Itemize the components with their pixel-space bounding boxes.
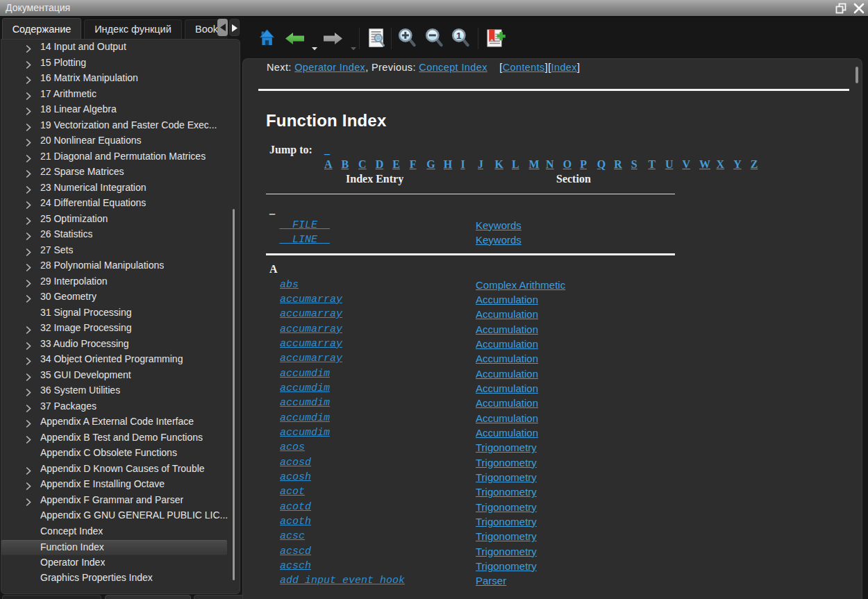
function-link[interactable]: acsc — [280, 530, 305, 542]
nav-contents-link[interactable]: Contents — [503, 62, 545, 73]
section-link[interactable]: Accumulation — [476, 323, 538, 335]
function-link[interactable]: acsch — [280, 560, 311, 572]
jump-letter-link[interactable]: X — [717, 158, 734, 171]
jump-letter-link[interactable]: T — [648, 158, 665, 171]
section-link[interactable]: Trigonometry — [476, 501, 537, 513]
section-link[interactable]: Accumulation — [476, 397, 538, 409]
chevron-right-icon[interactable] — [26, 435, 31, 447]
jump-letter-link[interactable]: C — [358, 158, 376, 171]
home-button[interactable] — [260, 29, 274, 49]
tree-item-23-numerical-integration[interactable]: 23 Numerical Integration — [1, 181, 240, 196]
tree-scrollbar[interactable] — [233, 209, 235, 580]
tree-item-22-sparse-matrices[interactable]: 22 Sparse Matrices — [1, 165, 240, 180]
zoom-out-button[interactable] — [425, 28, 443, 51]
close-window-button[interactable] — [853, 2, 865, 15]
tree-item-appendix-f-grammar-and-parser[interactable]: Appendix F Grammar and Parser — [1, 493, 240, 509]
section-link[interactable]: Accumulation — [476, 338, 538, 350]
section-link[interactable]: Trigonometry — [476, 560, 537, 572]
function-link[interactable]: accumdim — [280, 412, 330, 424]
chevron-right-icon[interactable] — [26, 497, 31, 509]
jump-letter-link[interactable]: I — [460, 158, 478, 171]
function-link[interactable]: add_input_event_hook — [280, 575, 405, 587]
jump-letter-link[interactable]: D — [376, 158, 393, 171]
tab-scroll-right-button[interactable] — [229, 19, 240, 36]
tree-item-24-differential-equations[interactable]: 24 Differential Equations — [1, 196, 240, 212]
jump-letter-link[interactable]: V — [682, 158, 699, 171]
tree-item-31-signal-processing[interactable]: 31 Signal Processing — [1, 306, 240, 321]
section-link[interactable]: Complex Arithmetic — [476, 279, 565, 291]
section-link[interactable]: Trigonometry — [476, 546, 537, 557]
tree-item-21-diagonal-and-permutation-matrices[interactable]: 21 Diagonal and Permutation Matrices — [1, 150, 240, 165]
tree-item-18-linear-algebra[interactable]: 18 Linear Algebra — [1, 103, 240, 118]
function-link[interactable]: accumdim — [280, 427, 330, 439]
jump-letter-link[interactable]: L — [512, 158, 529, 171]
jump-letter-link[interactable]: J — [478, 158, 495, 171]
chevron-right-icon[interactable] — [26, 122, 31, 135]
tree-item-14-input-and-output[interactable]: 14 Input and Output — [1, 40, 240, 56]
chevron-right-icon[interactable] — [26, 60, 31, 72]
tree-item-function-index[interactable]: Function Index — [1, 540, 227, 555]
jump-letter-link[interactable]: B — [342, 158, 359, 171]
section-link[interactable]: Trigonometry — [476, 516, 537, 528]
find-in-page-button[interactable] — [369, 28, 385, 51]
jump-letter-link[interactable]: E — [392, 158, 410, 171]
tree-item-36-system-utilities[interactable]: 36 System Utilities — [1, 384, 240, 399]
function-link[interactable]: abs — [280, 279, 299, 291]
tree-item-appendix-e-installing-octave[interactable]: Appendix E Installing Octave — [1, 478, 240, 493]
chevron-right-icon[interactable] — [26, 91, 31, 103]
function-link[interactable]: accumarray — [280, 323, 342, 335]
function-link[interactable]: acscd — [280, 546, 311, 557]
tree-item-37-packages[interactable]: 37 Packages — [1, 400, 240, 415]
chevron-right-icon[interactable] — [26, 325, 31, 337]
tree-item-appendix-d-known-causes-of-trouble[interactable]: Appendix D Known Causes of Trouble — [1, 462, 240, 478]
jump-letter-link[interactable]: Y — [733, 158, 751, 171]
function-link[interactable]: accumarray — [280, 308, 342, 320]
tree-item-28-polynomial-manipulations[interactable]: 28 Polynomial Manipulations — [1, 259, 240, 274]
section-link[interactable]: Accumulation — [476, 427, 538, 439]
section-link[interactable]: Parser — [476, 575, 506, 587]
section-link[interactable]: Accumulation — [476, 294, 538, 305]
tab-contents[interactable]: Содержание — [2, 18, 81, 39]
jump-letter-link[interactable]: G — [426, 158, 444, 171]
chevron-right-icon[interactable] — [26, 481, 31, 493]
section-link[interactable]: Accumulation — [476, 368, 538, 380]
section-link[interactable]: Trigonometry — [476, 471, 537, 483]
tree-item-25-optimization[interactable]: 25 Optimization — [1, 212, 240, 228]
chevron-right-icon[interactable] — [26, 106, 31, 119]
jump-letter-link[interactable]: S — [631, 158, 649, 171]
tree-item-29-interpolation[interactable]: 29 Interpolation — [1, 275, 240, 290]
section-link[interactable]: Accumulation — [476, 382, 538, 394]
back-button[interactable] — [285, 33, 304, 47]
jump-letter-link[interactable]: K — [494, 158, 512, 171]
jump-letter-link[interactable]: A — [324, 158, 342, 171]
tree-item-30-geometry[interactable]: 30 Geometry — [1, 290, 240, 305]
function-link[interactable]: acot — [280, 486, 305, 498]
back-history-dropdown[interactable] — [312, 41, 317, 53]
tree-item-27-sets[interactable]: 27 Sets — [1, 244, 240, 259]
zoom-original-button[interactable]: 1 — [451, 28, 469, 51]
chevron-right-icon[interactable] — [26, 75, 31, 87]
function-link[interactable]: accumarray — [280, 338, 342, 350]
jump-letter-link[interactable]: Z — [751, 158, 768, 171]
chevron-right-icon[interactable] — [26, 278, 31, 291]
chevron-right-icon[interactable] — [26, 169, 31, 181]
chevron-right-icon[interactable] — [26, 185, 31, 197]
function-link[interactable]: acotd — [280, 501, 311, 513]
function-link[interactable]: acos — [280, 441, 305, 453]
tree-item-35-gui-development[interactable]: 35 GUI Development — [1, 369, 240, 384]
forward-history-dropdown[interactable] — [351, 41, 356, 53]
chevron-right-icon[interactable] — [26, 137, 31, 150]
chevron-right-icon[interactable] — [26, 403, 31, 416]
function-link[interactable]: __FILE__ — [280, 219, 330, 231]
chevron-right-icon[interactable] — [26, 262, 31, 275]
section-link[interactable]: Trigonometry — [476, 530, 537, 542]
bottom-control-1[interactable] — [2, 595, 101, 599]
section-link[interactable]: Trigonometry — [476, 457, 537, 469]
section-link[interactable]: Keywords — [476, 234, 521, 246]
function-link[interactable]: accumdim — [280, 382, 330, 394]
function-link[interactable]: accumarray — [280, 353, 342, 364]
function-link[interactable]: acoth — [280, 516, 311, 528]
tree-item-19-vectorization-and-faster-code-exec[interactable]: 19 Vectorization and Faster Code Exec... — [1, 119, 240, 134]
jump-letter-link[interactable]: P — [580, 158, 597, 171]
add-bookmark-button[interactable] — [487, 29, 506, 50]
